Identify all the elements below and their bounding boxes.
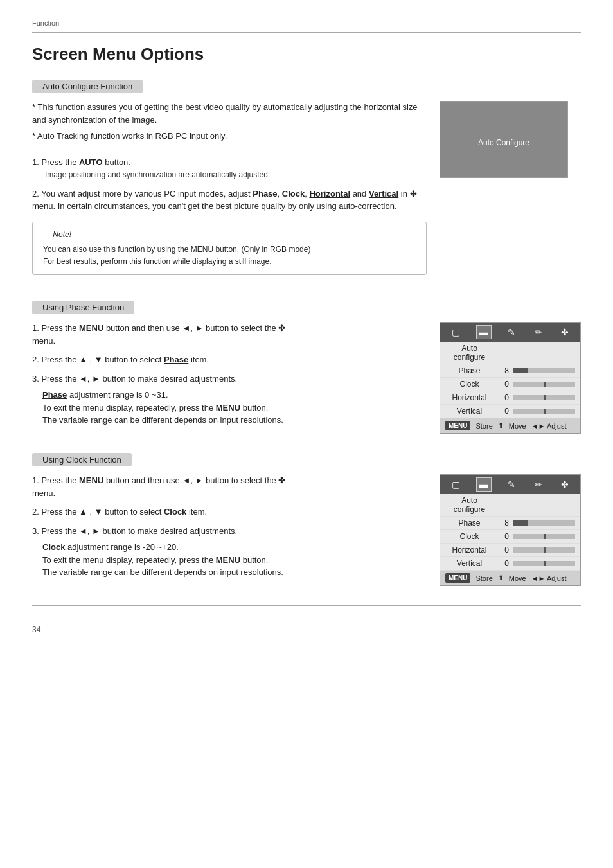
clock-osd-move-label: Move <box>509 574 526 582</box>
osd-label-phase: Phase <box>445 366 493 375</box>
clock-osd-footer: MENU Store ⬆ Move ◄► Adjust <box>440 571 580 585</box>
auto-configure-step-2: 2. You want adjust more by various PC in… <box>32 188 427 213</box>
clock-osd-row-auto-configure: Auto configure <box>440 494 580 517</box>
osd-icon-square: ▢ <box>449 326 463 339</box>
phase-note-1: Phase adjustment range is 0 ~31. <box>42 389 427 402</box>
osd-store-label: Store <box>475 422 492 430</box>
phase-text: 1. Press the MENU button and then use ◄,… <box>32 322 427 433</box>
note-line-1: You can also use this function by using … <box>43 244 416 256</box>
osd-value-phase: 8 <box>497 366 509 375</box>
clock-osd-bar-horizontal <box>513 547 575 553</box>
clock-osd-label-auto-configure: Auto configure <box>445 496 493 514</box>
phase-osd-panel: ▢ ▬ ✎ ✏ ✤ Auto configure Phase 8 <box>440 322 581 434</box>
clock-osd-label-horizontal: Horizontal <box>445 545 493 554</box>
phase-note-3: The variable range can be different depe… <box>42 414 427 427</box>
osd-value-horizontal: 0 <box>497 393 509 402</box>
section-header-phase: Using Phase Function <box>32 301 134 314</box>
clock-osd-label-clock: Clock <box>445 532 493 541</box>
section-phase: Using Phase Function 1. Press the MENU b… <box>32 301 581 434</box>
clock-osd-move-icon: ⬆ <box>498 574 504 582</box>
note-line-2: For best results, perform this function … <box>43 256 416 268</box>
osd-label-clock: Clock <box>445 380 493 389</box>
clock-osd-row-horizontal: Horizontal 0 <box>440 544 580 557</box>
clock-osd-image: ▢ ▬ ✎ ✏ ✤ Auto configure Phase 8 <box>440 474 581 586</box>
clock-osd-header: ▢ ▬ ✎ ✏ ✤ <box>440 475 580 494</box>
clock-osd-value-clock: 0 <box>497 532 509 541</box>
section-clock: Using Clock Function 1. Press the MENU b… <box>32 453 581 586</box>
section-auto-configure: Auto Configure Function This function as… <box>32 80 581 281</box>
clock-osd-menu-btn: MENU <box>445 573 470 583</box>
clock-note-3: The variable range can be different depe… <box>42 566 427 579</box>
auto-configure-image: Auto Configure <box>440 101 581 178</box>
osd-adjust-label: ◄► Adjust <box>531 422 567 430</box>
clock-osd-row-vertical: Vertical 0 <box>440 557 580 571</box>
clock-osd-bar-phase <box>513 520 575 526</box>
osd-bar-phase <box>513 368 575 373</box>
clock-osd-bar-vertical <box>513 561 575 566</box>
clock-text: 1. Press the MENU button and then use ◄,… <box>32 474 427 585</box>
osd-bar-vertical <box>513 409 575 414</box>
section-header-clock: Using Clock Function <box>32 453 132 466</box>
osd-icon-display: ▬ <box>476 325 492 339</box>
clock-osd-panel: ▢ ▬ ✎ ✏ ✤ Auto configure Phase 8 <box>440 474 581 586</box>
osd-value-clock: 0 <box>497 380 509 389</box>
osd-move-icon: ⬆ <box>498 421 504 430</box>
osd-row-horizontal: Horizontal 0 <box>440 391 580 405</box>
osd-icon-settings: ✤ <box>558 326 571 339</box>
auto-configure-text: This function assures you of getting the… <box>32 101 427 281</box>
osd-bar-horizontal <box>513 395 575 400</box>
clock-osd-value-phase: 8 <box>497 518 509 527</box>
osd-bar-clock <box>513 382 575 387</box>
clock-step-3: 3. Press the ◄, ► button to make desired… <box>32 525 427 579</box>
osd-row-auto-configure: Auto configure <box>440 342 580 364</box>
osd-footer: MENU Store ⬆ Move ◄► Adjust <box>440 418 580 433</box>
note-box-auto-configure: — Note! You can also use this function b… <box>32 222 427 276</box>
osd-icon-brush: ✏ <box>532 326 545 339</box>
clock-osd-row-clock: Clock 0 <box>440 530 580 544</box>
clock-osd-row-phase: Phase 8 <box>440 517 580 530</box>
clock-osd-icon-display: ▬ <box>476 477 492 492</box>
auto-configure-bullet-2: Auto Tracking function works in RGB PC i… <box>32 130 427 143</box>
phase-step-3: 3. Press the ◄, ► button to make desired… <box>32 373 427 427</box>
phase-step-1: 1. Press the MENU button and then use ◄,… <box>32 322 427 347</box>
clock-osd-icon-settings: ✤ <box>558 478 571 491</box>
osd-label-vertical: Vertical <box>445 407 493 416</box>
phase-note-2: To exit the menu display, repeatedly, pr… <box>42 402 427 414</box>
clock-osd-value-horizontal: 0 <box>497 545 509 554</box>
phase-notes: Phase adjustment range is 0 ~31. To exit… <box>42 389 427 427</box>
osd-menu-btn: MENU <box>445 421 470 430</box>
auto-configure-step-1: 1. Press the AUTO button. Image position… <box>32 156 427 181</box>
clock-osd-label-phase: Phase <box>445 518 493 527</box>
clock-osd-label-vertical: Vertical <box>445 559 493 568</box>
clock-note-2: To exit the menu display, repeatedly, pr… <box>42 554 427 567</box>
osd-label-horizontal: Horizontal <box>445 393 493 402</box>
breadcrumb: Function <box>32 19 581 27</box>
auto-configure-step-1-sub: Image positioning and synchronization ar… <box>45 170 270 179</box>
clock-note-1: Clock adjustment range is -20 ~+20. <box>42 541 427 554</box>
page-number: 34 <box>32 625 581 634</box>
clock-osd-icon-pencil: ✎ <box>505 478 518 491</box>
phase-step-2: 2. Press the ▲ , ▼ button to select Phas… <box>32 353 427 366</box>
osd-move-label: Move <box>509 422 526 430</box>
auto-configure-bullet-1: This function assures you of getting the… <box>32 101 427 126</box>
clock-step-2: 2. Press the ▲ , ▼ button to select Cloc… <box>32 506 427 518</box>
clock-osd-store-label: Store <box>475 574 492 582</box>
osd-row-phase: Phase 8 <box>440 364 580 378</box>
clock-osd-adjust-label: ◄► Adjust <box>531 574 567 582</box>
clock-osd-icon-square: ▢ <box>449 478 463 491</box>
clock-step-1: 1. Press the MENU button and then use ◄,… <box>32 474 427 499</box>
phase-osd-image: ▢ ▬ ✎ ✏ ✤ Auto configure Phase 8 <box>440 322 581 434</box>
osd-icon-pencil: ✎ <box>505 326 518 339</box>
osd-value-vertical: 0 <box>497 407 509 416</box>
page-title: Screen Menu Options <box>32 44 581 64</box>
osd-header: ▢ ▬ ✎ ✏ ✤ <box>440 323 580 342</box>
section-header-auto-configure: Auto Configure Function <box>32 80 143 93</box>
osd-label-auto-configure: Auto configure <box>445 344 493 362</box>
osd-row-clock: Clock 0 <box>440 378 580 391</box>
osd-row-vertical: Vertical 0 <box>440 405 580 418</box>
auto-configure-label: Auto Configure <box>469 134 538 151</box>
clock-osd-value-vertical: 0 <box>497 559 509 568</box>
clock-notes: Clock adjustment range is -20 ~+20. To e… <box>42 541 427 579</box>
clock-osd-bar-clock <box>513 534 575 539</box>
clock-osd-icon-brush: ✏ <box>532 478 545 491</box>
